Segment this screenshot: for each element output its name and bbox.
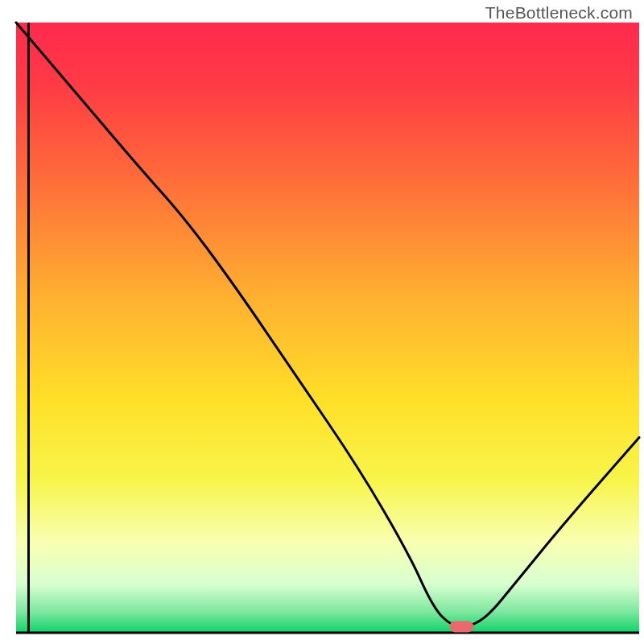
plot-background — [16, 23, 639, 633]
chart-canvas: TheBottleneck.com — [0, 0, 644, 644]
bottleneck-plot — [0, 0, 644, 644]
optimal-marker — [449, 621, 473, 632]
